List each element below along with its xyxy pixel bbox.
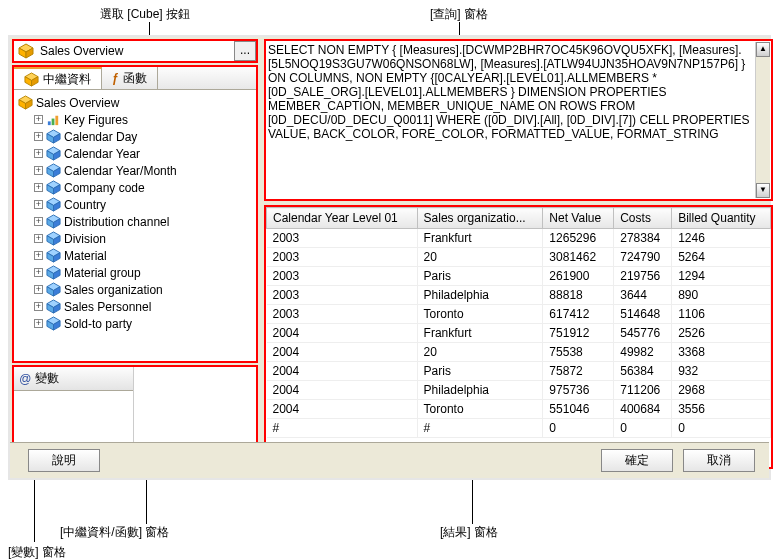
expand-icon[interactable]: +: [34, 183, 43, 192]
measure-icon: [46, 112, 61, 127]
svg-rect-11: [55, 116, 58, 125]
cube-title: Sales Overview: [38, 44, 234, 58]
grid-cell: 514648: [614, 305, 672, 324]
grid-cell: Paris: [417, 362, 543, 381]
grid-cell: 932: [672, 362, 771, 381]
grid-cell: 1265296: [543, 229, 614, 248]
dimension-icon: [46, 163, 61, 178]
tree-item-label: Sales organization: [64, 283, 163, 297]
expand-icon[interactable]: +: [34, 319, 43, 328]
grid-cell: 88818: [543, 286, 614, 305]
tree-item[interactable]: +Sales organization: [18, 281, 252, 298]
dimension-icon: [46, 299, 61, 314]
tab-metadata[interactable]: 中繼資料: [14, 67, 102, 89]
tree-item[interactable]: +Calendar Year: [18, 145, 252, 162]
grid-cell: 2003: [267, 286, 418, 305]
expand-icon[interactable]: +: [34, 234, 43, 243]
results-grid[interactable]: Calendar Year Level 01Sales organizatio.…: [266, 207, 771, 438]
cube-icon: [18, 95, 33, 110]
grid-header[interactable]: Costs: [614, 208, 672, 229]
tree-item[interactable]: +Calendar Day: [18, 128, 252, 145]
tree-item[interactable]: +Sold-to party: [18, 315, 252, 332]
grid-cell: 3556: [672, 400, 771, 419]
tab-label: 中繼資料: [43, 71, 91, 88]
expand-icon[interactable]: +: [34, 200, 43, 209]
tree-root[interactable]: Sales Overview: [18, 94, 252, 111]
scroll-up-button[interactable]: ▲: [756, 42, 770, 57]
ok-button[interactable]: 確定: [601, 449, 673, 472]
grid-cell: 545776: [614, 324, 672, 343]
pointer: [34, 480, 35, 542]
tree-item[interactable]: +Material group: [18, 264, 252, 281]
tree-item[interactable]: +Material: [18, 247, 252, 264]
expand-icon[interactable]: +: [34, 166, 43, 175]
tree-item[interactable]: +Key Figures: [18, 111, 252, 128]
tree-item-label: Material group: [64, 266, 141, 280]
cube-icon: [18, 43, 34, 59]
grid-header[interactable]: Sales organizatio...: [417, 208, 543, 229]
table-row[interactable]: 2004Frankfurt7519125457762526: [267, 324, 771, 343]
metadata-tree[interactable]: Sales Overview +Key Figures+Calendar Day…: [14, 90, 256, 362]
grid-cell: 551046: [543, 400, 614, 419]
grid-cell: Toronto: [417, 305, 543, 324]
scroll-track[interactable]: [756, 57, 770, 183]
grid-cell: 5264: [672, 248, 771, 267]
expand-icon[interactable]: +: [34, 115, 43, 124]
grid-cell: 617412: [543, 305, 614, 324]
grid-cell: 20: [417, 248, 543, 267]
tree-item[interactable]: +Sales Personnel: [18, 298, 252, 315]
grid-header[interactable]: Billed Quantity: [672, 208, 771, 229]
table-row[interactable]: 2004Philadelphia9757367112062968: [267, 381, 771, 400]
grid-cell: 400684: [614, 400, 672, 419]
help-button[interactable]: 說明: [28, 449, 100, 472]
tree-item[interactable]: +Division: [18, 230, 252, 247]
button-bar: 說明 確定 取消: [10, 442, 769, 478]
table-row[interactable]: 2003Toronto6174125146481106: [267, 305, 771, 324]
grid-header[interactable]: Calendar Year Level 01: [267, 208, 418, 229]
table-row[interactable]: ##000: [267, 419, 771, 438]
grid-cell: 2004: [267, 343, 418, 362]
tree-item-label: Key Figures: [64, 113, 128, 127]
grid-cell: 724790: [614, 248, 672, 267]
table-row[interactable]: 2003Frankfurt12652962783841246: [267, 229, 771, 248]
tree-item[interactable]: +Company code: [18, 179, 252, 196]
expand-icon[interactable]: +: [34, 132, 43, 141]
label-result-pane: [結果] 窗格: [440, 524, 498, 541]
table-row[interactable]: 20042075538499823368: [267, 343, 771, 362]
grid-cell: 2003: [267, 229, 418, 248]
expand-icon[interactable]: +: [34, 251, 43, 260]
tree-item-label: Calendar Year/Month: [64, 164, 177, 178]
grid-cell: 2004: [267, 362, 418, 381]
query-scrollbar[interactable]: ▲ ▼: [755, 42, 770, 198]
dimension-icon: [46, 197, 61, 212]
scroll-down-button[interactable]: ▼: [756, 183, 770, 198]
expand-icon[interactable]: +: [34, 302, 43, 311]
table-row[interactable]: 2004Toronto5510464006843556: [267, 400, 771, 419]
metadata-functions-pane: 中繼資料 ƒ 函數 Sales Overview +Key Figures+Ca…: [12, 65, 258, 363]
dimension-icon: [46, 248, 61, 263]
query-textarea[interactable]: [266, 41, 756, 197]
dimension-icon: [46, 282, 61, 297]
table-row[interactable]: 2003Paris2619002197561294: [267, 267, 771, 286]
pointer: [146, 480, 147, 524]
cube-browse-button[interactable]: ...: [234, 41, 256, 61]
tree-item[interactable]: +Calendar Year/Month: [18, 162, 252, 179]
tab-functions[interactable]: ƒ 函數: [102, 67, 158, 89]
grid-cell: 975736: [543, 381, 614, 400]
grid-header[interactable]: Net Value: [543, 208, 614, 229]
tree-item[interactable]: +Distribution channel: [18, 213, 252, 230]
table-row[interactable]: 2003Philadelphia888183644890: [267, 286, 771, 305]
expand-icon[interactable]: +: [34, 149, 43, 158]
grid-cell: Frankfurt: [417, 229, 543, 248]
label-meta-func-pane: [中繼資料/函數] 窗格: [60, 524, 169, 541]
expand-icon[interactable]: +: [34, 285, 43, 294]
tree-root-label: Sales Overview: [36, 96, 119, 110]
expand-icon[interactable]: +: [34, 217, 43, 226]
table-row[interactable]: 2004Paris7587256384932: [267, 362, 771, 381]
expand-icon[interactable]: +: [34, 268, 43, 277]
table-row[interactable]: 20032030814627247905264: [267, 248, 771, 267]
grid-cell: 2003: [267, 305, 418, 324]
cancel-button[interactable]: 取消: [683, 449, 755, 472]
tree-item[interactable]: +Country: [18, 196, 252, 213]
grid-cell: 3368: [672, 343, 771, 362]
